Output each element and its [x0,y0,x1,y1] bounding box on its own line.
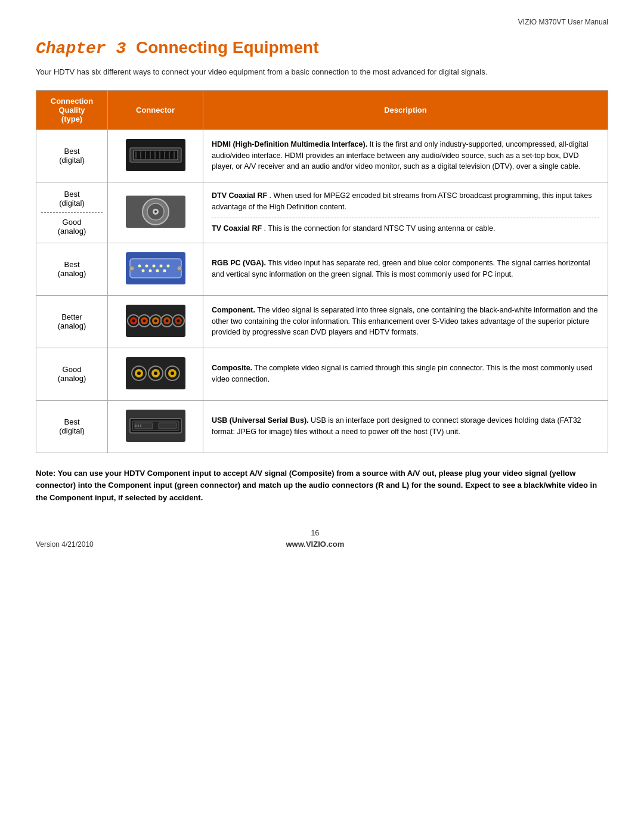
svg-point-24 [141,269,144,272]
page-header: VIZIO M370VT User Manual [36,18,608,26]
desc-bold: USB (Universal Serial Bus). [212,416,309,425]
svg-point-29 [177,266,182,271]
quality-cell: Better(analog) [36,295,108,348]
svg-point-33 [132,319,135,322]
connector-cell [108,400,203,453]
svg-point-36 [143,319,145,322]
description-cell: Composite. The complete video signal is … [203,348,608,400]
desc-top: DTV Coaxial RF . When used for MPEG2 enc… [212,190,599,213]
desc-divider [212,218,599,218]
chapter-prefix: Chapter 3 [36,39,126,58]
manual-title: VIZIO M370VT User Manual [518,18,608,26]
quality-label: Best(digital) [59,147,85,165]
svg-point-19 [138,264,141,267]
table-row: Better(analog) [36,295,608,348]
quality-label: Better(analog) [58,312,86,330]
svg-point-42 [165,319,168,322]
hdmi-connector-icon [123,136,188,174]
quality-label: Best(analog) [58,260,86,278]
desc-bold: HDMI (High-Definition Multimedia Interfa… [212,140,367,148]
desc-bold: Component. [212,306,255,314]
connector-cell [108,243,203,295]
desc-bold: RGB PC (VGA). [212,259,266,267]
quality-label: Good(analog) [58,365,86,383]
col-header-quality: ConnectionQuality(type) [36,90,108,129]
svg-point-23 [166,264,169,267]
quality-cell: Best(digital) [36,129,108,182]
svg-point-39 [154,319,157,322]
quality-cell: Best(digital) [36,400,108,453]
svg-point-49 [137,371,141,375]
table-row: Good(analog) C [36,348,608,400]
svg-point-52 [154,371,157,375]
footer-version: Version 4/21/2010 [36,540,94,549]
quality-cell: Best(analog) [36,243,108,295]
vga-connector-icon [123,249,188,287]
description-cell: HDMI (High-Definition Multimedia Interfa… [203,129,608,182]
svg-point-55 [171,371,174,375]
page-footer: Version 4/21/2010 16 www.VIZIO.com [36,528,608,549]
table-row: Best(digital) USB (Universal Serial Bu [36,400,608,453]
svg-point-28 [129,266,134,271]
note-section: Note: You can use your HDTV Component in… [36,467,608,504]
footer-website: 16 www.VIZIO.com [286,528,344,549]
table-row: Best(analog) [36,243,608,295]
connector-cell [108,129,203,182]
component-connector-icon [123,302,188,340]
connection-table: ConnectionQuality(type) Connector Descri… [36,90,608,453]
desc-text: The complete video signal is carried thr… [212,364,593,383]
quality-cell: Good(analog) [36,348,108,400]
svg-point-26 [156,269,159,272]
svg-point-20 [145,264,148,267]
note-text: You can use your HDTV Component input to… [36,469,597,503]
table-header-row: ConnectionQuality(type) Connector Descri… [36,90,608,129]
composite-connector-icon [123,354,188,392]
svg-rect-60 [159,423,177,429]
quality-label: Best(digital) [59,417,85,435]
intro-text: Your HDTV has six different ways to conn… [36,66,608,78]
description-cell: Component. The video signal is separated… [203,295,608,348]
note-label: Note: [36,469,55,478]
svg-point-21 [152,264,155,267]
description-cell: USB (Universal Serial Bus). USB is an in… [203,400,608,453]
connector-cell [108,182,203,243]
svg-rect-59 [135,423,153,429]
desc-bold: Composite. [212,364,252,372]
quality-divider [41,212,103,213]
chapter-title: Chapter 3 Connecting Equipment [36,38,608,58]
svg-point-22 [159,264,162,267]
col-header-description: Description [203,90,608,129]
website-url: www.VIZIO.com [286,540,344,549]
quality-cell: Best(digital) Good(analog) [36,182,108,243]
svg-rect-2 [134,150,178,160]
desc-bottom: TV Coaxial RF . This is the connection f… [212,223,599,234]
desc-text: The video signal is separated into three… [212,306,597,337]
table-row: Best(digital) [36,129,608,182]
description-cell: DTV Coaxial RF . When used for MPEG2 enc… [203,182,608,243]
svg-point-45 [177,319,179,322]
connector-cell [108,295,203,348]
table-row: Best(digital) Good(analog) DTV Coaxial R… [36,182,608,243]
usb-connector-icon [123,407,188,445]
svg-rect-18 [130,259,181,278]
svg-point-25 [148,269,151,272]
svg-point-27 [163,269,166,272]
desc-text: This video input has separate red, green… [212,259,590,278]
col-header-connector: Connector [108,90,203,129]
svg-point-16 [154,210,157,213]
page-number: 16 [286,528,344,537]
chapter-name: Connecting Equipment [136,38,318,57]
connector-cell [108,348,203,400]
coax-connector-icon [123,193,188,231]
description-cell: RGB PC (VGA). This video input has separ… [203,243,608,295]
